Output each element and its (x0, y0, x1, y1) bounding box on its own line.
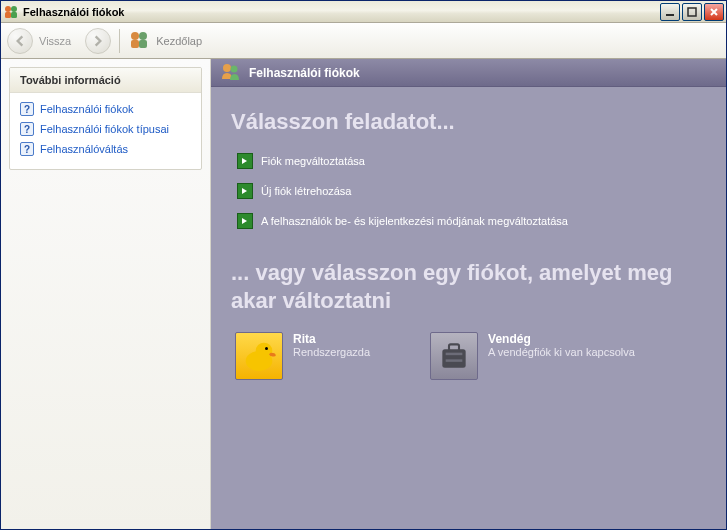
account-name: Rita (293, 332, 370, 346)
svg-point-13 (256, 343, 273, 360)
forward-button[interactable] (85, 28, 111, 54)
minimize-button[interactable] (660, 3, 680, 21)
title-bar: Felhasználói fiókok (1, 1, 726, 23)
back-button[interactable] (7, 28, 33, 54)
svg-rect-15 (442, 349, 465, 367)
side-panel-title: További információ (10, 68, 201, 93)
choose-account-heading: ... vagy válasszon egy fiókot, amelyet m… (231, 259, 706, 314)
back-label: Vissza (39, 35, 71, 47)
sidebar-item-label: Felhasználóváltás (40, 143, 128, 155)
content-pane: Felhasználói fiókok Válasszon feladatot.… (211, 59, 726, 529)
sidebar-item-label: Felhasználói fiókok típusai (40, 123, 169, 135)
svg-rect-5 (688, 8, 696, 16)
task-label: Fiók megváltoztatása (261, 155, 365, 167)
arrow-icon (237, 213, 253, 229)
content-header: Felhasználói fiókok (211, 59, 726, 87)
arrow-icon (237, 183, 253, 199)
svg-point-6 (131, 32, 139, 40)
account-list: Rita Rendszergazda Vendég (235, 332, 706, 380)
task-label: Új fiók létrehozása (261, 185, 352, 197)
help-icon: ? (20, 102, 34, 116)
svg-rect-17 (446, 353, 463, 356)
sidebar-item-account-types[interactable]: ? Felhasználói fiókok típusai (16, 119, 195, 139)
svg-point-11 (231, 65, 238, 72)
help-icon: ? (20, 122, 34, 136)
account-rita[interactable]: Rita Rendszergazda (235, 332, 370, 380)
svg-rect-3 (11, 12, 17, 18)
account-desc: Rendszergazda (293, 346, 370, 358)
task-change-account[interactable]: Fiók megváltoztatása (237, 153, 706, 169)
svg-rect-4 (666, 14, 674, 16)
sidebar-item-accounts[interactable]: ? Felhasználói fiókok (16, 99, 195, 119)
svg-rect-8 (131, 40, 139, 48)
users-icon (219, 61, 241, 85)
svg-rect-16 (449, 344, 459, 351)
toolbar-separator (119, 29, 120, 53)
svg-point-1 (11, 6, 17, 12)
window-title: Felhasználói fiókok (23, 6, 660, 18)
avatar-suitcase-icon (430, 332, 478, 380)
choose-task-heading: Válasszon feladatot... (231, 109, 706, 135)
sidebar-item-label: Felhasználói fiókok (40, 103, 134, 115)
svg-point-10 (223, 64, 231, 72)
svg-rect-9 (139, 40, 147, 48)
content-header-title: Felhasználói fiókok (249, 66, 360, 80)
sidebar: További információ ? Felhasználói fiókok… (1, 59, 211, 529)
close-button[interactable] (704, 3, 724, 21)
svg-point-7 (139, 32, 147, 40)
svg-rect-18 (446, 359, 463, 362)
home-icon[interactable] (128, 29, 150, 53)
app-icon (3, 4, 19, 20)
maximize-button[interactable] (682, 3, 702, 21)
svg-rect-2 (5, 12, 11, 18)
avatar-duck-icon (235, 332, 283, 380)
toolbar: Vissza Kezdőlap (1, 23, 726, 59)
account-desc: A vendégfiók ki van kapcsolva (488, 346, 635, 358)
side-panel: További információ ? Felhasználói fiókok… (9, 67, 202, 170)
task-create-account[interactable]: Új fiók létrehozása (237, 183, 706, 199)
account-guest[interactable]: Vendég A vendégfiók ki van kapcsolva (430, 332, 635, 380)
task-label: A felhasználók be- és kijelentkezési mód… (261, 215, 568, 227)
home-label[interactable]: Kezdőlap (156, 35, 202, 47)
arrow-icon (237, 153, 253, 169)
account-name: Vendég (488, 332, 635, 346)
task-change-logon[interactable]: A felhasználók be- és kijelentkezési mód… (237, 213, 706, 229)
svg-point-0 (5, 6, 11, 12)
task-list: Fiók megváltoztatása Új fiók létrehozása… (237, 153, 706, 229)
help-icon: ? (20, 142, 34, 156)
svg-point-14 (265, 347, 268, 350)
sidebar-item-switch-user[interactable]: ? Felhasználóváltás (16, 139, 195, 159)
